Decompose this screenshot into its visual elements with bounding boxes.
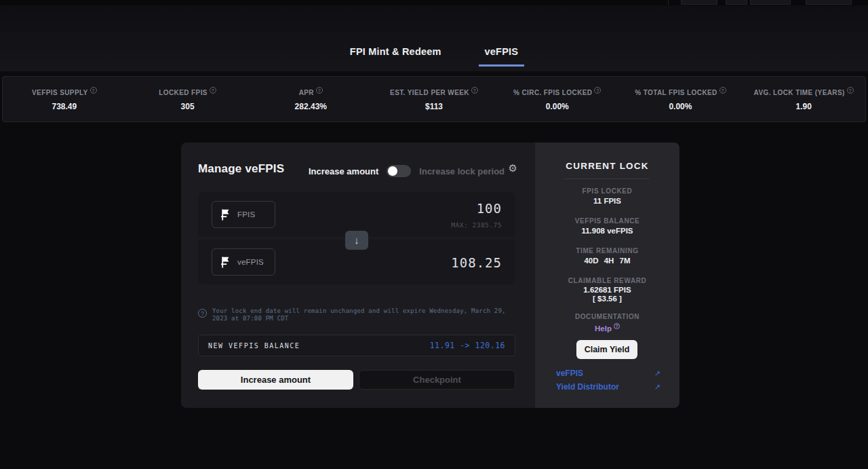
claimable-reward-usd: [ $3.56 ]	[535, 295, 679, 303]
lock-note: ? Your lock end date will remain unchang…	[198, 307, 519, 322]
claimable-reward-value: 1.62681 FPIS	[535, 286, 679, 294]
question-mark-icon[interactable]: ?	[719, 87, 726, 94]
panel-title: Manage veFPIS	[198, 162, 284, 176]
stat-est-yield-per-week: EST. YIELD PER WEEK? $113	[372, 87, 496, 111]
question-mark-icon[interactable]: ?	[210, 87, 216, 94]
link-label: Yield Distributor	[556, 382, 619, 392]
header-remnant	[0, 0, 868, 5]
question-mark-icon: ?	[198, 309, 207, 318]
question-mark-icon[interactable]: ?	[90, 87, 97, 94]
external-link-icon: ↗	[654, 383, 660, 392]
manage-card: Manage veFPIS Increase amount Increase l…	[181, 143, 679, 408]
page-tabs: FPI Mint & Redeem veFPIS	[0, 46, 868, 67]
down-arrow-button[interactable]: ↓	[345, 231, 368, 250]
time-remaining-value: 40D 4H 7M	[535, 257, 679, 265]
vefpis-external-link[interactable]: veFPIS ↗	[556, 369, 660, 378]
toggle-label-increase-lock-period[interactable]: Increase lock period	[419, 166, 505, 176]
action-buttons: Increase amount Checkpoint	[198, 370, 515, 390]
help-link[interactable]: Help?	[535, 323, 679, 333]
fpis-locked-label: FPIS LOCKED	[535, 187, 679, 195]
fpis-locked-value: 11 FPIS	[535, 197, 679, 205]
stat-value: 0.00%	[496, 102, 619, 111]
token-label: FPIS	[237, 210, 255, 219]
claimable-reward-label: CLAIMABLE REWARD	[535, 277, 679, 284]
toggle-label-increase-amount[interactable]: Increase amount	[309, 166, 378, 176]
stat-label: % TOTAL FPIS LOCKED	[635, 90, 717, 97]
mode-toggle-group: Increase amount Increase lock period	[309, 165, 505, 177]
vefpis-page: FPI Mint & Redeem veFPIS VEFPIS SUPPLY? …	[0, 0, 868, 469]
stat-label: EST. YIELD PER WEEK	[390, 90, 469, 97]
lock-note-text: Your lock end date will remain unchanged…	[212, 307, 519, 322]
stats-bar: VEFPIS SUPPLY? 738.49 LOCKED FPIS? 305 A…	[2, 76, 866, 122]
question-mark-icon[interactable]: ?	[316, 87, 323, 94]
question-mark-icon[interactable]: ?	[847, 87, 854, 94]
header-cutoff-box	[806, 0, 852, 5]
checkpoint-button[interactable]: Checkpoint	[359, 370, 515, 390]
claim-yield-button[interactable]: Claim Yield	[576, 340, 637, 359]
gear-icon[interactable]: ⚙	[509, 163, 517, 173]
to-amount-value: 108.25	[451, 255, 502, 270]
tab-vefpis[interactable]: veFPIS	[479, 46, 525, 67]
max-balance-button[interactable]: MAX: 2385.75	[451, 221, 502, 229]
tab-fpi-mint-redeem[interactable]: FPI Mint & Redeem	[344, 46, 448, 67]
question-mark-icon[interactable]: ?	[471, 87, 478, 94]
stat-value: 738.49	[3, 102, 126, 111]
new-balance-label: NEW VEFPIS BALANCE	[208, 342, 300, 350]
vefpis-balance-label: VEFPIS BALANCE	[535, 217, 679, 225]
stat-value: 0.00%	[619, 102, 743, 111]
stat-avg-lock-time: AVG. LOCK TIME (YEARS)? 1.90	[742, 87, 865, 111]
stat-value: 282.43%	[249, 102, 372, 111]
increase-amount-button[interactable]: Increase amount	[198, 370, 353, 390]
stat-value: $113	[372, 102, 496, 111]
fpis-token-icon	[221, 209, 230, 221]
token-selector-vefpis[interactable]: veFPIS	[212, 248, 275, 276]
header-cutoff-box	[726, 0, 747, 5]
help-link-label: Help	[595, 324, 612, 333]
stat-apr: APR? 282.43%	[249, 87, 372, 111]
divider	[564, 179, 649, 179]
stat-label: VEFPIS SUPPLY	[32, 90, 88, 97]
toggle-knob	[388, 166, 397, 176]
time-remaining-label: TIME REMAINING	[535, 247, 679, 255]
header-cutoff-box	[681, 0, 717, 5]
tab-strip: FPI Mint & Redeem veFPIS	[0, 5, 868, 71]
link-label: veFPIS	[556, 369, 583, 378]
vefpis-balance-value: 11.908 veFPIS	[535, 227, 679, 235]
stat-vefpis-supply: VEFPIS SUPPLY? 738.49	[3, 87, 126, 111]
external-link-icon: ↗	[654, 369, 660, 378]
token-label: veFPIS	[237, 258, 264, 266]
down-arrow-icon: ↓	[354, 234, 359, 246]
stat-circ-fpis-locked: % CIRC. FPIS LOCKED? 0.00%	[496, 87, 619, 111]
header-divider	[668, 0, 669, 5]
new-balance-value: 11.91 -> 120.16	[430, 341, 505, 350]
stat-value: 305	[126, 102, 250, 111]
stat-locked-fpis: LOCKED FPIS? 305	[126, 87, 250, 111]
from-amount-input[interactable]: 100	[477, 201, 502, 216]
question-mark-icon[interactable]: ?	[594, 87, 601, 94]
stat-label: % CIRC. FPIS LOCKED	[513, 90, 593, 97]
header-cutoff-box	[750, 0, 791, 5]
documentation-label: DOCUMENTATION	[535, 313, 679, 320]
stat-label: AVG. LOCK TIME (YEARS)	[754, 90, 845, 97]
new-balance-bar: NEW VEFPIS BALANCE 11.91 -> 120.16	[198, 335, 515, 356]
stat-label: LOCKED FPIS	[159, 90, 208, 97]
token-selector-fpis[interactable]: FPIS	[212, 201, 275, 228]
yield-distributor-external-link[interactable]: Yield Distributor ↗	[556, 382, 660, 392]
current-lock-panel: CURRENT LOCK FPIS LOCKED 11 FPIS VEFPIS …	[535, 143, 679, 408]
current-lock-title: CURRENT LOCK	[535, 161, 679, 171]
mode-toggle-switch[interactable]	[387, 165, 411, 177]
manage-panel: Manage veFPIS Increase amount Increase l…	[181, 143, 535, 408]
vefpis-token-icon	[221, 257, 230, 268]
stat-label: APR	[299, 90, 314, 97]
question-mark-icon: ?	[614, 323, 620, 329]
stat-value: 1.90	[742, 102, 865, 111]
stat-total-fpis-locked: % TOTAL FPIS LOCKED? 0.00%	[619, 87, 743, 111]
